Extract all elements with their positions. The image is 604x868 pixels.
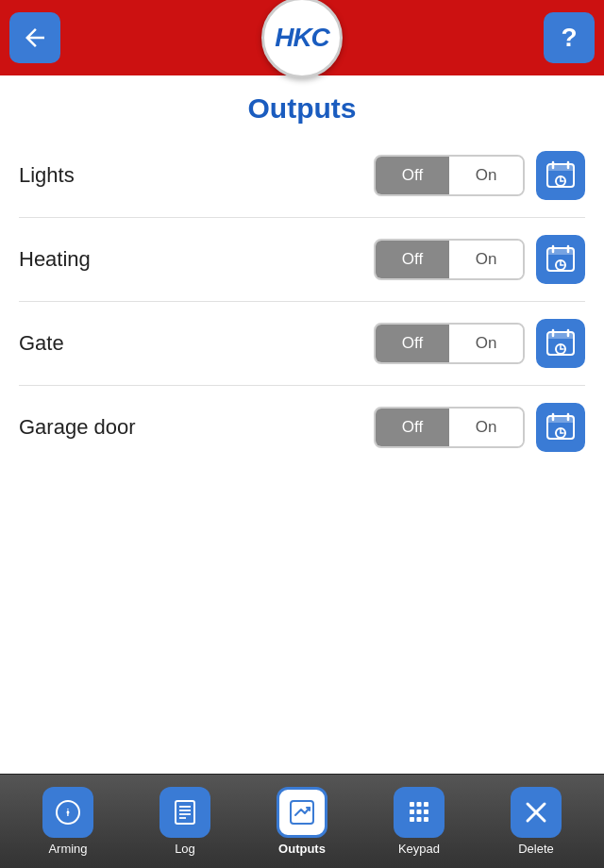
toggle-gate-off[interactable]: Off [376,325,449,362]
help-icon: ? [561,23,577,53]
toggle-heating[interactable]: Off On [374,239,525,280]
keypad-icon [405,798,433,826]
schedule-button-heating[interactable] [536,235,585,284]
nav-item-arming[interactable]: i Arming [9,787,126,856]
nav-icon-wrap-keypad [394,787,445,838]
toggle-heating-on[interactable]: On [449,241,523,278]
output-row-gate: Gate Off On [19,302,585,386]
toggle-lights[interactable]: Off On [374,155,525,196]
svg-rect-40 [410,810,414,814]
delete-icon [522,798,550,826]
schedule-button-lights[interactable] [536,151,585,200]
nav-label-log: Log [175,842,195,856]
svg-rect-39 [424,802,428,807]
output-controls-lights: Off On [374,151,585,200]
svg-rect-36 [291,801,313,824]
svg-rect-41 [417,810,422,814]
output-controls-heating: Off On [374,235,585,284]
arming-icon: i [54,798,82,826]
output-row-lights: Lights Off On [19,134,585,218]
svg-rect-43 [410,817,414,822]
svg-rect-38 [417,802,422,807]
nav-label-delete: Delete [518,842,554,856]
toggle-garage-door-on[interactable]: On [449,409,523,446]
toggle-gate-on[interactable]: On [449,325,523,362]
logo-text: HKC [275,23,329,53]
header: HKC ? [0,0,604,75]
nav-label-keypad: Keypad [398,842,440,856]
nav-icon-wrap-log [159,787,210,838]
logo: HKC [260,0,344,80]
output-row-garage-door: Garage door Off On [19,386,585,469]
back-button[interactable] [9,12,60,63]
output-label-lights: Lights [19,163,75,188]
toggle-gate[interactable]: Off On [374,323,525,364]
nav-item-outputs[interactable]: Outputs [243,787,361,856]
svg-rect-45 [424,817,428,822]
svg-rect-1 [547,164,574,171]
nav-item-log[interactable]: Log [126,787,243,856]
output-label-heating: Heating [19,247,91,272]
schedule-button-gate[interactable] [536,319,585,368]
toggle-lights-off[interactable]: Off [376,157,449,194]
svg-rect-31 [176,801,194,824]
bottom-nav: i Arming Log Outputs [0,774,604,868]
log-icon [171,798,199,826]
output-row-heating: Heating Off On [19,218,585,302]
toggle-garage-door-off[interactable]: Off [376,409,449,446]
svg-rect-37 [410,802,414,807]
svg-rect-8 [547,248,574,255]
svg-rect-15 [547,332,574,339]
outputs-icon [288,798,316,826]
schedule-icon-gate [545,328,576,359]
nav-icon-wrap-delete [511,787,562,838]
svg-rect-44 [417,817,422,822]
toggle-heating-off[interactable]: Off [376,241,449,278]
back-icon [21,24,49,52]
output-label-gate: Gate [19,331,64,356]
output-controls-garage-door: Off On [374,403,585,452]
schedule-icon-garage-door [545,412,576,442]
nav-label-outputs: Outputs [278,842,326,856]
schedule-icon-lights [545,160,576,191]
schedule-icon-heating [545,244,576,275]
help-button[interactable]: ? [544,12,595,63]
toggle-lights-on[interactable]: On [449,157,523,194]
svg-text:i: i [67,808,70,818]
nav-icon-wrap-outputs [277,787,327,838]
output-label-garage-door: Garage door [19,415,136,440]
svg-rect-42 [424,810,428,814]
nav-icon-wrap-arming: i [42,787,93,838]
outputs-list: Lights Off On Heating [0,134,604,469]
nav-item-delete[interactable]: Delete [478,787,595,856]
toggle-garage-door[interactable]: Off On [374,407,525,448]
nav-item-keypad[interactable]: Keypad [361,787,478,856]
output-controls-gate: Off On [374,319,585,368]
nav-label-arming: Arming [48,842,87,856]
svg-rect-22 [547,416,574,423]
page-title: Outputs [0,75,604,134]
schedule-button-garage-door[interactable] [536,403,585,452]
